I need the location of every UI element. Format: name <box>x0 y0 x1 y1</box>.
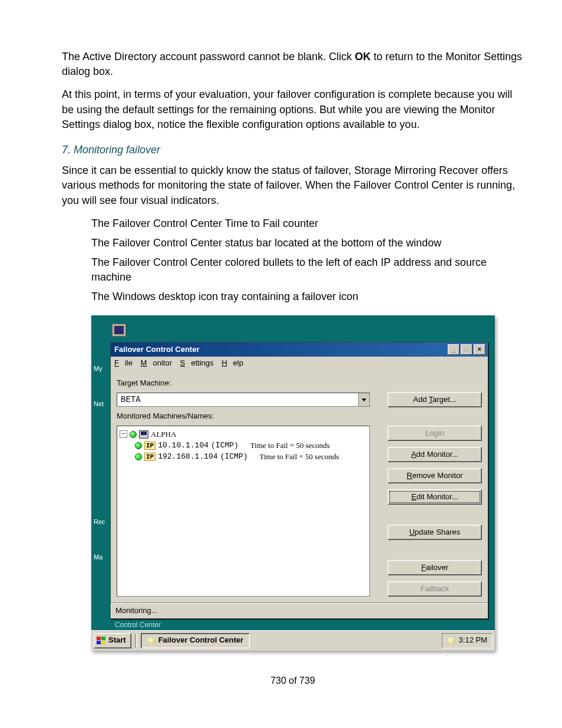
dropdown-arrow-icon[interactable] <box>358 393 369 406</box>
update-shares-button[interactable]: Update Shares <box>388 525 482 540</box>
minimize-button[interactable]: _ <box>448 344 459 355</box>
tree-root-alpha[interactable]: − ALPHA <box>120 429 367 440</box>
windows-flag-icon <box>97 637 106 645</box>
menu-help[interactable]: Help <box>222 358 243 367</box>
desktop-icon-rec[interactable]: Rec <box>94 504 111 539</box>
desktop-icons-strip: My Net Rec Ma <box>94 351 111 575</box>
target-machine-label: Target Machine: <box>117 378 482 388</box>
status-bar: Monitoring... <box>111 602 488 618</box>
app-mini-icon[interactable] <box>112 324 126 337</box>
failover-tray-icon <box>447 637 455 644</box>
start-button[interactable]: Start <box>94 633 131 648</box>
desktop-footer-text: Control Center <box>110 619 495 630</box>
list-item: The Failover Control Center colored bull… <box>91 255 524 285</box>
remove-monitor-button[interactable]: Remove Monitor <box>388 468 482 483</box>
desktop-background: My Net Rec Ma Failover Control Center _ … <box>91 315 495 651</box>
ok-bold: OK <box>355 51 371 62</box>
tree-ttf: Time to Fail = 50 seconds <box>259 452 339 462</box>
desktop-icon-ma[interactable]: Ma <box>94 539 111 575</box>
tree-root-name: ALPHA <box>151 429 176 440</box>
monitored-tree[interactable]: − ALPHA IP 10.10.1.104 (ICMP) <box>117 426 370 597</box>
monitored-label: Monitored Machines/Names: <box>117 411 482 421</box>
section-heading: 7. Monitoring failover <box>62 143 524 157</box>
tree-ttf: Time to Fail = 50 seconds <box>250 440 330 451</box>
taskbar-app-button[interactable]: Failover Control Center <box>141 633 250 648</box>
tree-ip-row[interactable]: IP 192.168.1.104 (ICMP) Time to Fail = 5… <box>120 452 367 462</box>
app-tray-icon <box>147 637 156 644</box>
taskbar: Start Failover Control Center 3:12 PM <box>91 630 495 651</box>
add-monitor-button[interactable]: Add Monitor... <box>388 447 482 462</box>
desktop-icon-net[interactable]: Net <box>94 386 111 421</box>
target-machine-dropdown[interactable] <box>117 393 370 407</box>
taskbar-separator <box>135 634 137 648</box>
list-item: The Failover Control Center Time to Fail… <box>91 216 524 231</box>
status-dot-green-icon <box>130 431 137 438</box>
tree-ip: 10.10.1.104 <box>158 440 209 451</box>
status-dot-green-icon <box>135 442 142 449</box>
paragraph-monitoring-intro: Since it can be essential to quickly kno… <box>62 163 524 208</box>
target-machine-value[interactable] <box>117 393 358 406</box>
list-item: The Failover Control Center status bar l… <box>91 236 524 251</box>
tree-ip: 192.168.1.104 <box>158 452 217 462</box>
ip-icon: IP <box>144 442 156 450</box>
app-window: Failover Control Center _ □ × File Monit… <box>110 342 488 619</box>
titlebar[interactable]: Failover Control Center _ □ × <box>111 342 488 357</box>
maximize-button[interactable]: □ <box>461 344 472 355</box>
paragraph-ad-password: The Active Directory account password ca… <box>62 50 524 79</box>
tree-collapse-icon[interactable]: − <box>120 430 127 438</box>
window-title: Failover Control Center <box>114 344 199 355</box>
start-label: Start <box>108 635 126 645</box>
menu-settings[interactable]: Settings <box>180 358 214 367</box>
tree-proto: (ICMP) <box>211 440 239 451</box>
menubar: File Monitor Settings Help <box>111 357 488 370</box>
screenshot-embedded: My Net Rec Ma Failover Control Center _ … <box>91 315 495 651</box>
ip-icon: IP <box>144 453 156 461</box>
tree-ip-row[interactable]: IP 10.10.1.104 (ICMP) Time to Fail = 50 … <box>120 440 367 451</box>
system-tray[interactable]: 3:12 PM <box>442 633 492 648</box>
list-item: The Windows desktop icon tray containing… <box>91 289 524 304</box>
paragraph-eval-complete: At this point, in terms of your evaluati… <box>62 87 524 132</box>
tree-proto: (ICMP) <box>220 452 248 462</box>
desktop-icon-my[interactable]: My <box>94 351 111 386</box>
computer-icon <box>139 430 148 439</box>
page-number: 730 of 739 <box>62 674 524 687</box>
close-button[interactable]: × <box>474 344 485 355</box>
login-button: Login <box>388 426 482 441</box>
failback-button: Failback <box>388 581 482 597</box>
add-target-button[interactable]: Add Target... <box>388 392 482 407</box>
menu-file[interactable]: File <box>114 358 133 367</box>
taskbar-app-label: Failover Control Center <box>158 635 243 645</box>
tray-clock: 3:12 PM <box>459 635 487 645</box>
menu-monitor[interactable]: Monitor <box>141 358 172 367</box>
status-dot-green-icon <box>135 453 142 460</box>
failover-button[interactable]: Failover <box>388 560 482 575</box>
edit-monitor-button[interactable]: Edit Monitor... <box>388 489 482 505</box>
